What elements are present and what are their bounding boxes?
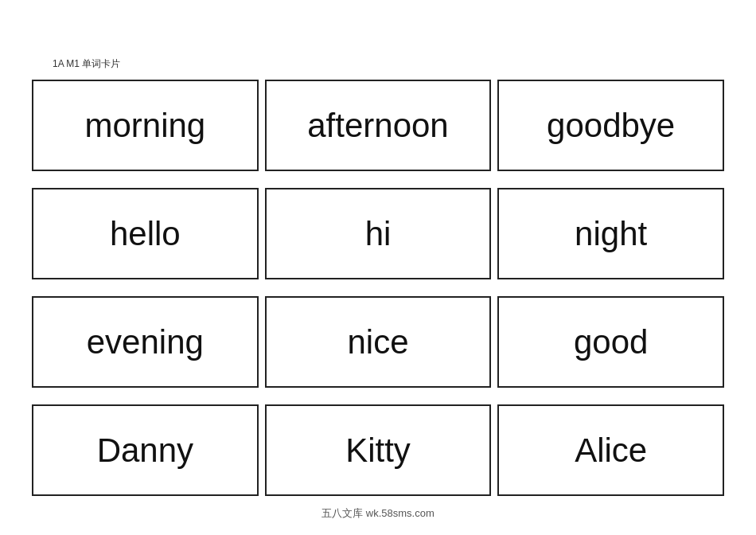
word-card-grid: morningafternoongoodbyehellohinighteveni…	[32, 80, 724, 506]
word-card: goodbye	[497, 80, 724, 171]
word-card-text: afternoon	[307, 107, 448, 145]
word-card-text: hello	[110, 215, 181, 253]
word-card-text: Danny	[97, 432, 193, 470]
word-card: afternoon	[265, 80, 492, 171]
word-card: good	[497, 296, 724, 388]
word-card-text: good	[574, 323, 648, 361]
word-card: Danny	[32, 404, 259, 496]
word-card-text: evening	[87, 323, 204, 361]
word-card-text: nice	[347, 323, 408, 361]
word-card-text: morning	[84, 107, 205, 145]
word-card-text: Alice	[575, 432, 647, 470]
word-card-text: goodbye	[547, 107, 675, 145]
word-card: Kitty	[265, 404, 492, 496]
word-card: nice	[265, 296, 492, 388]
word-card-text: night	[575, 215, 647, 253]
word-card: Alice	[497, 404, 724, 496]
word-card-text: hi	[365, 215, 392, 253]
footer-text: 五八文库 wk.58sms.com	[321, 506, 435, 521]
page-label: 1A M1 单词卡片	[53, 57, 120, 71]
word-card: hi	[265, 188, 492, 279]
word-card: morning	[32, 80, 259, 171]
word-card: hello	[32, 188, 259, 279]
word-card-text: Kitty	[345, 432, 411, 470]
word-card: night	[497, 188, 724, 279]
word-card: evening	[32, 296, 259, 388]
